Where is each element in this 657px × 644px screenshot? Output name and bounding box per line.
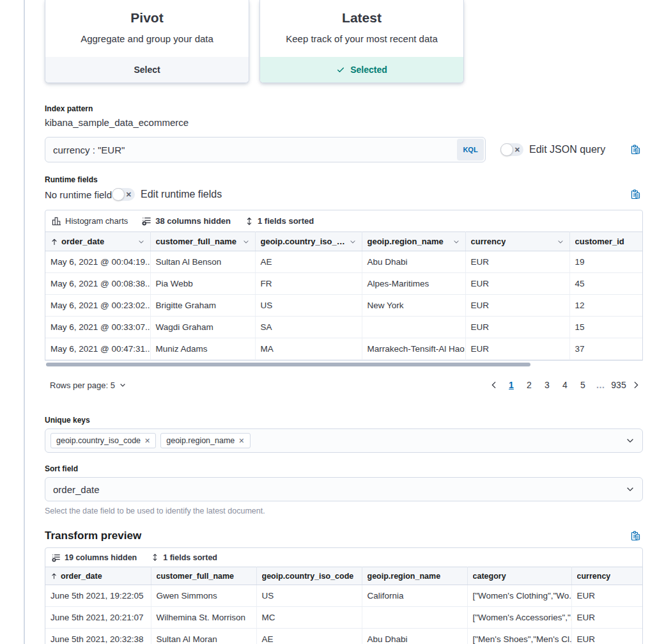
column-header-geoip-region-name[interactable]: geoip.region_name	[362, 567, 467, 585]
sort-field-select[interactable]: order_date	[45, 477, 643, 501]
page-button[interactable]: 5	[575, 377, 591, 393]
table-cell[interactable]: EUR	[465, 338, 569, 360]
histogram-charts-button[interactable]: Histogram charts	[52, 216, 128, 226]
table-cell[interactable]: EUR	[571, 585, 642, 607]
table-cell[interactable]: MA	[255, 338, 362, 360]
chevron-down-icon[interactable]	[452, 238, 460, 246]
table-cell[interactable]: Abu Dhabi	[362, 251, 465, 273]
page-button[interactable]: 4	[557, 377, 573, 393]
table-cell[interactable]: May 6, 2021 @ 00:23:02...	[45, 295, 150, 317]
chevron-down-icon[interactable]	[349, 238, 357, 246]
columns-hidden-button[interactable]: 38 columns hidden	[142, 216, 231, 226]
scrollbar-thumb[interactable]	[46, 363, 530, 366]
table-cell[interactable]: EUR	[465, 251, 569, 273]
unique-keys-combobox[interactable]: geoip.country_iso_code✕geoip.region_name…	[45, 428, 643, 453]
table-cell[interactable]: 37	[569, 338, 642, 360]
latest-card[interactable]: Latest Keep track of your most recent da…	[259, 0, 464, 83]
rows-per-page-button[interactable]: Rows per page: 5	[45, 381, 127, 390]
table-cell[interactable]: ["Women's Accessories","...	[467, 607, 571, 629]
table-cell[interactable]: 19	[569, 251, 642, 273]
chevron-down-icon[interactable]	[626, 436, 635, 445]
column-header-category[interactable]: category	[467, 567, 571, 585]
column-header-order-date[interactable]: order_date	[45, 567, 151, 585]
table-cell[interactable]: Sultan Al Moran	[151, 629, 256, 644]
column-header-currency[interactable]: currency	[465, 232, 569, 251]
table-cell[interactable]: June 5th 2021, 20:32:38	[45, 629, 151, 644]
table-cell[interactable]: ["Men's Shoes","Men's Cl...	[467, 629, 571, 644]
fields-sorted-button[interactable]: 1 fields sorted	[151, 553, 217, 562]
chevron-down-icon[interactable]	[626, 485, 635, 494]
table-cell[interactable]	[362, 607, 467, 629]
table-cell[interactable]: Alpes-Maritimes	[362, 273, 465, 295]
table-cell[interactable]: US	[255, 295, 362, 317]
table-cell[interactable]: EUR	[465, 295, 569, 317]
table-cell[interactable]: California	[362, 585, 467, 607]
table-cell[interactable]: 45	[569, 273, 642, 295]
table-cell[interactable]: SA	[255, 317, 362, 338]
table-cell[interactable]: 15	[569, 317, 642, 338]
column-header-order-date[interactable]: order_date	[45, 232, 150, 251]
latest-selected-button[interactable]: Selected	[260, 57, 463, 82]
table-cell[interactable]: Marrakech-Tensift-Al Hao...	[362, 338, 465, 360]
table-cell[interactable]: 12	[569, 295, 642, 317]
edit-json-query-toggle[interactable]: ✕	[500, 143, 523, 156]
query-input[interactable]	[45, 145, 485, 155]
table-cell[interactable]	[362, 317, 465, 338]
table-cell[interactable]: New York	[362, 295, 465, 317]
column-header-customer-id[interactable]: customer_id	[569, 232, 642, 251]
remove-icon[interactable]: ✕	[238, 437, 244, 445]
column-header-geoip-region-name[interactable]: geoip.region_name	[362, 232, 465, 251]
copy-icon[interactable]	[630, 531, 640, 541]
table-cell[interactable]: May 6, 2021 @ 00:47:31...	[45, 338, 150, 360]
table-cell[interactable]: Wagdi Graham	[150, 317, 255, 338]
pivot-card[interactable]: Pivot Aggregate and group your data Sele…	[45, 0, 249, 83]
query-language-button[interactable]: KQL	[457, 139, 484, 161]
table-cell[interactable]: May 6, 2021 @ 00:08:38...	[45, 273, 150, 295]
table-cell[interactable]: MC	[256, 607, 362, 629]
table-cell[interactable]: Gwen Simmons	[151, 585, 256, 607]
edit-runtime-fields-toggle[interactable]: ✕	[112, 188, 135, 201]
table-cell[interactable]: EUR	[571, 629, 642, 644]
chevron-down-icon[interactable]	[557, 238, 564, 246]
table-cell[interactable]: AE	[255, 251, 362, 273]
remove-icon[interactable]: ✕	[144, 437, 150, 445]
page-button[interactable]: 3	[539, 377, 555, 393]
table-cell[interactable]: Muniz Adams	[150, 338, 255, 360]
table-cell[interactable]: June 5th 2021, 20:21:07	[45, 607, 151, 629]
page-button[interactable]: 935	[611, 377, 626, 393]
column-header-customer-full-name[interactable]: customer_full_name	[150, 232, 255, 251]
table-cell[interactable]: May 6, 2021 @ 00:04:19...	[45, 251, 150, 273]
column-header-currency[interactable]: currency	[571, 567, 642, 585]
table-cell[interactable]: EUR	[465, 317, 569, 338]
query-bar[interactable]: KQL	[45, 137, 486, 162]
column-header-geoip-country-iso-code[interactable]: geoip.country_iso_code	[256, 567, 362, 585]
column-header-customer-full-name[interactable]: customer_full_name	[151, 567, 256, 585]
table-cell[interactable]: June 5th 2021, 19:22:05	[45, 585, 151, 607]
table-cell[interactable]: AE	[256, 629, 362, 644]
table-cell[interactable]: Abu Dhabi	[362, 629, 467, 644]
column-header-geoip-country-iso-code[interactable]: geoip.country_iso_co...	[255, 232, 362, 251]
page-button[interactable]: 1	[504, 377, 519, 393]
pivot-select-button[interactable]: Select	[45, 57, 249, 82]
table-cell[interactable]: US	[256, 585, 362, 607]
table-cell[interactable]: EUR	[571, 607, 642, 629]
table-cell[interactable]: ["Women's Clothing","Wo...	[467, 585, 571, 607]
fields-sorted-button[interactable]: 1 fields sorted	[245, 216, 314, 226]
unique-key-pill[interactable]: geoip.region_name✕	[160, 433, 250, 448]
unique-key-pill[interactable]: geoip.country_iso_code✕	[50, 433, 156, 448]
next-page-icon[interactable]	[629, 381, 643, 389]
previous-page-icon[interactable]	[487, 381, 501, 389]
chevron-down-icon[interactable]	[242, 238, 250, 246]
copy-icon[interactable]	[630, 189, 640, 200]
copy-icon[interactable]	[630, 145, 640, 155]
table-cell[interactable]: FR	[255, 273, 362, 295]
table-cell[interactable]: Pia Webb	[150, 273, 255, 295]
page-button[interactable]: 2	[522, 377, 537, 393]
table-cell[interactable]: EUR	[465, 273, 569, 295]
table-cell[interactable]: May 6, 2021 @ 00:33:07...	[45, 317, 150, 338]
table-cell[interactable]: Sultan Al Benson	[150, 251, 255, 273]
chevron-down-icon[interactable]	[137, 238, 145, 246]
table-cell[interactable]: Brigitte Graham	[150, 295, 255, 317]
columns-hidden-button[interactable]: 19 columns hidden	[52, 553, 137, 562]
table-cell[interactable]: Wilhemina St. Morrison	[151, 607, 256, 629]
